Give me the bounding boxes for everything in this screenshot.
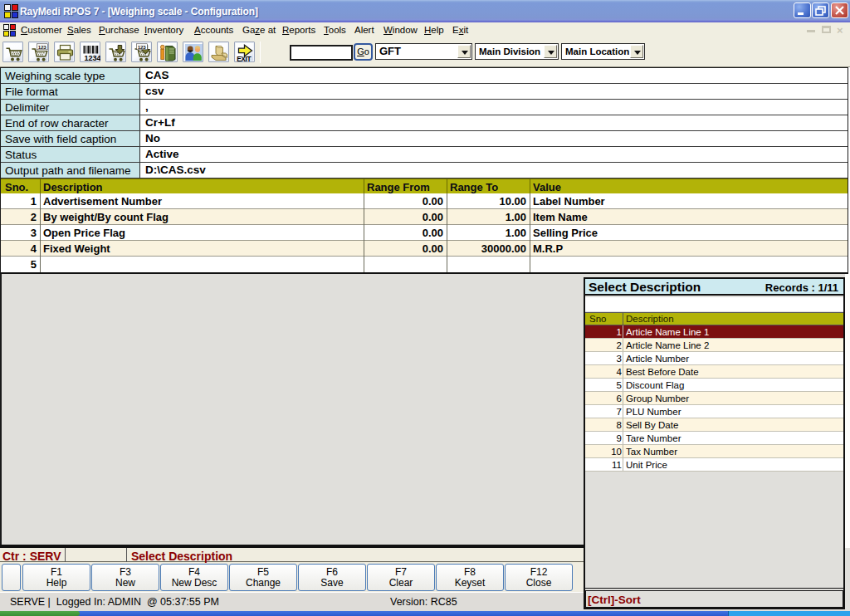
svg-text:123: 123 — [38, 44, 46, 50]
svg-text:123: 123 — [138, 44, 146, 50]
svg-text:1234: 1234 — [84, 54, 100, 62]
svg-text:EXIT: EXIT — [237, 55, 252, 62]
